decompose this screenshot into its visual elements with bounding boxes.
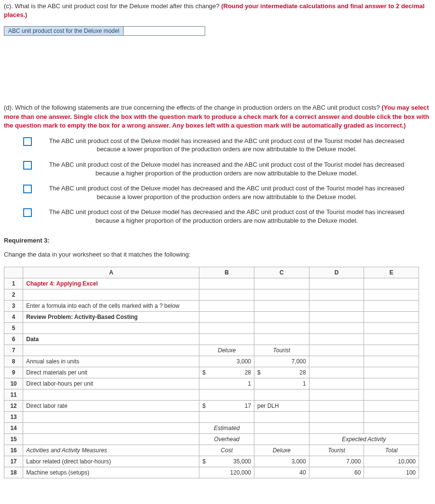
option-text-2: The ABC unit product cost of the Deluxe … bbox=[37, 160, 431, 177]
table-row: 4 Review Problem: Activity-Based Costing bbox=[4, 311, 419, 322]
abc-cost-input[interactable] bbox=[124, 26, 205, 36]
table-row: 9 Direct materials per unit $28 $28 bbox=[4, 367, 419, 378]
table-row: 5 bbox=[4, 322, 419, 333]
table-row: 6 Data bbox=[4, 333, 419, 345]
cell-3a: Enter a formula into each of the cells m… bbox=[23, 300, 199, 311]
cell-10b: 1 bbox=[199, 378, 254, 389]
cell-16e: Total bbox=[364, 445, 419, 456]
abc-cost-input-group: ABC unit product cost for the Deluxe mod… bbox=[4, 26, 431, 36]
requirement-3-instruction: Change the data in your worksheet so tha… bbox=[4, 250, 431, 259]
cell-17c: 3,000 bbox=[254, 456, 309, 467]
cell-4a: Review Problem: Activity-Based Costing bbox=[23, 311, 199, 322]
table-row: 12 Direct labor rate $17 per DLH bbox=[4, 400, 419, 411]
requirement-3-section: Requirement 3: Change the data in your w… bbox=[4, 236, 431, 478]
cell-15d: Expected Activity bbox=[309, 433, 419, 445]
cell-18a: Machine setups (setups) bbox=[23, 467, 199, 478]
table-header-row: A B C D E bbox=[4, 267, 419, 278]
cell-12b-sym: $ bbox=[202, 403, 208, 409]
cell-1a: Chapter 4: Applying Excel bbox=[23, 278, 199, 289]
option-checkbox-2[interactable] bbox=[23, 161, 32, 170]
table-row: 10 Direct labor-hours per unit 1 1 bbox=[4, 378, 419, 389]
cell-18b: 120,000 bbox=[199, 467, 254, 478]
table-row: 11 bbox=[4, 389, 419, 400]
cell-17a: Labor related (direct labor-hours) bbox=[23, 456, 199, 467]
header-c: C bbox=[254, 267, 309, 278]
cell-18c: 40 bbox=[254, 467, 309, 478]
cell-8b: 3,000 bbox=[199, 356, 254, 367]
options-container: The ABC unit product cost of the Deluxe … bbox=[4, 137, 431, 225]
cell-7c: Tourist bbox=[254, 345, 309, 356]
table-row: 13 bbox=[4, 411, 419, 422]
part-d-section: (d). Which of the following statements a… bbox=[4, 103, 431, 225]
table-row: 14 Estimated bbox=[4, 422, 419, 433]
cell-15b: Overhead bbox=[199, 433, 254, 445]
cell-10c: 1 bbox=[254, 378, 309, 389]
cell-16b: Cost bbox=[199, 445, 254, 456]
excel-table: A B C D E 1 Chapter 4: Applying Excel 2 … bbox=[4, 267, 419, 478]
table-row: 17 Labor related (direct labor-hours) $3… bbox=[4, 456, 419, 467]
cell-16a: Activities and Activity Measures bbox=[23, 445, 199, 456]
cell-9a: Direct materials per unit bbox=[23, 367, 199, 378]
cell-16d: Tourist bbox=[309, 445, 364, 456]
cell-17e: 10,000 bbox=[364, 456, 419, 467]
cell-12b-val: 17 bbox=[208, 403, 251, 409]
option-checkbox-3[interactable] bbox=[23, 185, 32, 193]
cell-9b-val: 28 bbox=[208, 369, 251, 376]
cell-14b: Estimated bbox=[199, 422, 254, 433]
table-row: 7 Deluxe Tourist bbox=[4, 345, 419, 356]
cell-8c: 7,000 bbox=[254, 356, 309, 367]
cell-12a: Direct labor rate bbox=[23, 400, 199, 411]
header-blank bbox=[4, 267, 23, 278]
option-text-1: The ABC unit product cost of the Deluxe … bbox=[37, 137, 431, 154]
cell-6a: Data bbox=[23, 333, 199, 345]
option-row-2: The ABC unit product cost of the Deluxe … bbox=[23, 160, 431, 177]
cell-10a: Direct labor-hours per unit bbox=[23, 378, 199, 389]
header-a: A bbox=[23, 267, 199, 278]
option-text-4: The ABC unit product cost of the Deluxe … bbox=[37, 208, 431, 225]
table-row: 3 Enter a formula into each of the cells… bbox=[4, 300, 419, 311]
part-c-section: (c). What is the ABC unit product cost f… bbox=[4, 2, 431, 36]
cell-18e: 100 bbox=[364, 467, 419, 478]
cell-12c: per DLH bbox=[254, 400, 309, 411]
table-row: 8 Annual sales in units 3,000 7,000 bbox=[4, 356, 419, 367]
cell-17d: 7,000 bbox=[309, 456, 364, 467]
requirement-3-title: Requirement 3: bbox=[4, 236, 431, 245]
cell-9c-sym: $ bbox=[257, 369, 263, 376]
header-d: D bbox=[309, 267, 364, 278]
option-row-4: The ABC unit product cost of the Deluxe … bbox=[23, 208, 431, 225]
option-text-3: The ABC unit product cost of the Deluxe … bbox=[37, 184, 431, 201]
abc-cost-input-label: ABC unit product cost for the Deluxe mod… bbox=[4, 26, 124, 36]
option-row-1: The ABC unit product cost of the Deluxe … bbox=[23, 137, 431, 154]
option-checkbox-1[interactable] bbox=[23, 137, 32, 146]
table-row: 16 Activities and Activity Measures Cost… bbox=[4, 445, 419, 456]
part-c-prompt: (c). What is the ABC unit product cost f… bbox=[4, 2, 431, 19]
option-checkbox-4[interactable] bbox=[23, 208, 32, 217]
header-b: B bbox=[199, 267, 254, 278]
cell-17b-val: 35,000 bbox=[208, 458, 251, 465]
cell-9b-sym: $ bbox=[202, 369, 208, 376]
table-row: 1 Chapter 4: Applying Excel bbox=[4, 278, 419, 289]
table-row: 15 Overhead Expected Activity bbox=[4, 433, 419, 445]
option-row-3: The ABC unit product cost of the Deluxe … bbox=[23, 184, 431, 201]
cell-8a: Annual sales in units bbox=[23, 356, 199, 367]
header-e: E bbox=[364, 267, 419, 278]
part-d-prompt: (d). Which of the following statements a… bbox=[4, 103, 431, 130]
cell-7b: Deluxe bbox=[199, 345, 254, 356]
table-row: 2 bbox=[4, 289, 419, 300]
cell-16c: Deluxe bbox=[254, 445, 309, 456]
part-c-prompt-text: (c). What is the ABC unit product cost f… bbox=[4, 2, 221, 10]
cell-17b-sym: $ bbox=[202, 458, 208, 465]
table-row: 18 Machine setups (setups) 120,000 40 60… bbox=[4, 467, 419, 478]
cell-18d: 60 bbox=[309, 467, 364, 478]
cell-9c-val: 28 bbox=[263, 369, 306, 376]
part-d-prompt-text: (d). Which of the following statements a… bbox=[4, 104, 381, 111]
